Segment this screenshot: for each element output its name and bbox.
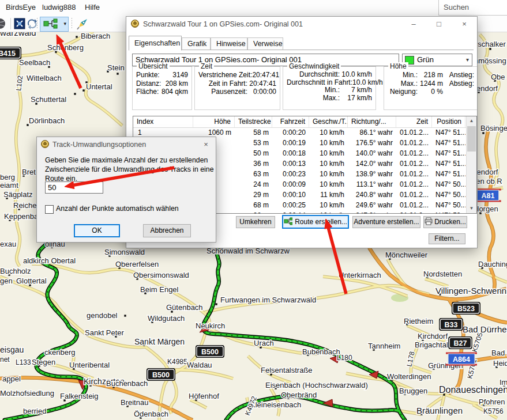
map-label: Neukirch — [196, 321, 225, 330]
create-route-button[interactable]: Route erstellen... — [282, 215, 349, 229]
vertical-scrollbar[interactable]: ▲ ▼ — [466, 116, 476, 213]
table-cell: N47° 50... — [432, 190, 465, 200]
map-label: K5756 — [483, 407, 504, 415]
stat-row: Max.:1244 mAbstieg:4 — [388, 80, 478, 88]
dialog-titlebar[interactable]: Schwarzwald Tour 1 on GPSies.com- Origin… — [126, 17, 477, 31]
print-button[interactable]: Drucken... — [423, 216, 467, 228]
stat-row: Max.:17 km/h — [287, 94, 372, 103]
road-shield: B27 — [448, 336, 472, 349]
table-cell: 53 m — [235, 138, 272, 148]
tab-hinweise[interactable]: Hinweise — [211, 37, 247, 50]
button-label: Route erstellen... — [295, 218, 347, 226]
map-label: net — [0, 355, 10, 364]
column-header[interactable]: Teilstrecke — [235, 116, 272, 127]
table-cell: 247.9° wahr — [348, 210, 396, 213]
stat-row: Durchschnitt in Fahrt:10.0 km/h — [287, 79, 372, 87]
chevron-down-icon: ▾ — [466, 56, 469, 63]
cancel-button[interactable]: Abbrechen — [143, 224, 191, 237]
svg-text:B33: B33 — [445, 321, 458, 329]
track-color-select[interactable]: Grün ▾ — [402, 54, 472, 66]
map-label: Obererfelsen — [115, 260, 159, 268]
stat-row: Min.:7 km/h — [287, 86, 372, 94]
search-input[interactable]: Suchen — [438, 0, 507, 16]
zoom-to-selection-icon[interactable] — [13, 17, 26, 30]
reverse-button[interactable]: Umkehren — [236, 216, 275, 228]
search-placeholder: Suchen — [444, 3, 469, 12]
menu-birdseye[interactable]: BirdsEye — [6, 3, 36, 12]
menu-ludwig888[interactable]: ludwig888 — [42, 3, 76, 12]
column-header[interactable]: Geschw./T... — [309, 116, 348, 127]
table-cell: 0:00:20 — [272, 127, 309, 138]
track-name-input[interactable]: Schwarzwald Tour 1 on GPSies.com- Origin… — [132, 54, 399, 66]
map-label: Unterkirnach — [339, 271, 381, 279]
menu-hilfe[interactable]: Hilfe — [85, 3, 100, 12]
time-groupbox: Zeit Verstrichene Zeit:20:47:41Zeit in F… — [194, 66, 280, 110]
map-label: Mönchweiler — [385, 251, 428, 259]
menu-bar: BirdsEye ludwig888 Hilfe Suchen — [0, 0, 507, 16]
create-adventure-button[interactable]: Adventure erstellen... — [352, 216, 420, 228]
maximize-button[interactable]: □ — [426, 17, 452, 31]
table-cell: 29 m — [235, 190, 272, 200]
map-label: Breitnau — [121, 398, 148, 407]
route-icon — [284, 217, 292, 225]
svg-text:B500: B500 — [152, 371, 170, 379]
table-cell: 0:00:25 — [272, 200, 309, 210]
map-label: Villingen-Schwenningen — [435, 286, 507, 296]
table-cell: 68 m — [235, 200, 272, 210]
table-cell: 01.01.2... — [396, 169, 432, 179]
map-label: Bruggen — [399, 387, 427, 395]
groupbox-title: Übersicht — [137, 62, 170, 70]
table-cell: 0:00:10 — [272, 190, 309, 200]
scroll-down-icon[interactable]: ▼ — [467, 204, 476, 213]
globe-icon[interactable] — [0, 17, 8, 30]
column-header[interactable]: Index — [133, 116, 193, 127]
route-dropdown-arrow-icon[interactable]: ▾ — [63, 21, 66, 27]
dialog-titlebar[interactable]: Track-Umwandlungsoptionen × — [37, 137, 216, 151]
column-header[interactable]: Position — [432, 116, 465, 127]
column-header[interactable]: Zeit — [396, 116, 432, 127]
table-cell: N47° 50... — [432, 200, 465, 210]
rocket-icon[interactable] — [76, 17, 88, 30]
column-header[interactable]: Fahrzeit — [272, 116, 309, 127]
column-header[interactable]: Richtung/... — [348, 116, 396, 127]
map-label: L133 — [16, 358, 31, 366]
table-header[interactable]: IndexHöheTeilstreckeFahrzeitGeschw./T...… — [133, 116, 476, 128]
map-label: Felsentalstraße — [261, 366, 313, 374]
table-cell: 63 m — [235, 169, 272, 179]
map-label: Falkensteig — [60, 392, 98, 400]
stat-row: Zeit in Fahrt:20:47:41 — [198, 80, 276, 88]
minimize-button[interactable]: – — [401, 17, 426, 31]
close-button[interactable]: × — [452, 17, 477, 31]
map-label: Biberach — [81, 32, 110, 40]
map-label: aldkirch Obertal — [23, 256, 76, 265]
table-cell: 140.0° wahr — [348, 148, 396, 158]
auto-points-checkbox[interactable] — [45, 205, 54, 214]
table-cell: 113.1° wahr — [348, 179, 396, 190]
create-route-toolbar-button[interactable]: ▾ — [40, 17, 69, 32]
close-button[interactable]: × — [196, 137, 216, 152]
map-label: Bubenbach — [302, 347, 340, 356]
tab-verweise[interactable]: Verweise — [247, 37, 283, 50]
map-label: Immendingen — [500, 378, 507, 387]
checkbox-label: Anzahl der Punkte automatisch wählen — [56, 205, 179, 213]
table-cell: 176.5° wahr — [348, 138, 396, 148]
column-header[interactable]: Höhe — [193, 116, 235, 127]
map-label: Molzhofsiedlung — [0, 389, 54, 398]
speed-groupbox: Geschwindigkeit Durchschnitt:10.0 km/hDu… — [283, 66, 376, 110]
map-label: Wildgutach — [148, 314, 185, 323]
map-label: Ödenbach — [134, 410, 168, 418]
map-label: Keppenba — [4, 212, 39, 221]
table-cell: 01.01.2... — [396, 190, 432, 200]
stat-row: Punkte:3149 — [136, 71, 188, 80]
scroll-thumb[interactable] — [467, 126, 476, 152]
tab-eigenschaften[interactable]: Eigenschaften — [129, 36, 182, 51]
table-cell: 50 m — [235, 148, 272, 158]
scroll-up-icon[interactable]: ▲ — [467, 116, 476, 126]
groupbox-title: Höhe — [388, 62, 408, 70]
map-label: exau — [0, 240, 16, 248]
filter-button[interactable]: Filtern... — [429, 233, 465, 244]
ok-button[interactable]: OK — [74, 224, 120, 237]
tab-grafik[interactable]: Grafik — [182, 37, 211, 50]
table-cell: 11 km/h — [309, 190, 348, 200]
max-waypoints-input[interactable]: 50 — [45, 181, 103, 194]
